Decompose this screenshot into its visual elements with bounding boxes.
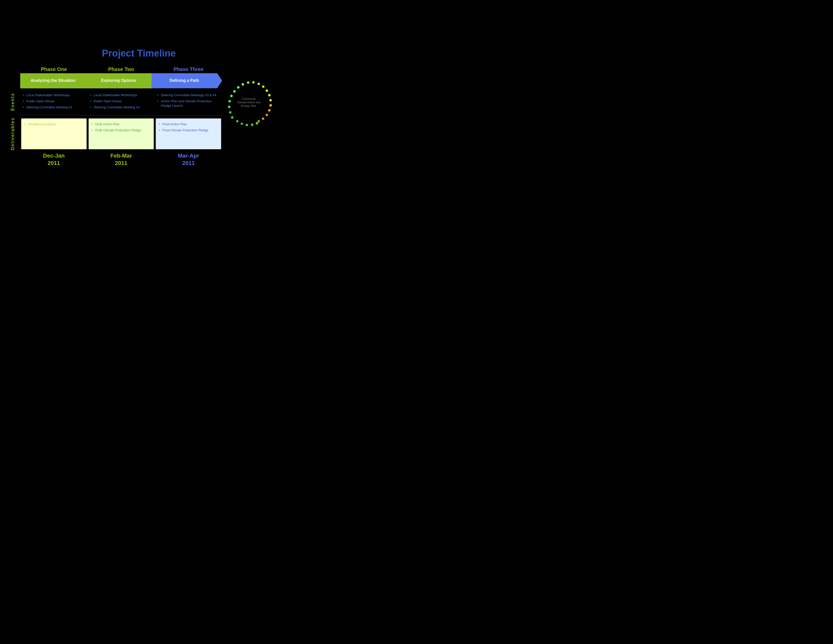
date-text: Feb-Mar2011: [88, 152, 155, 167]
phase-two-label: Phase Two: [88, 66, 155, 72]
slide: Project Timeline Phase One Phase Two Pha…: [5, 48, 273, 167]
events-cols: Local Stakeholder Workshops Public Open …: [20, 91, 222, 113]
deliverable-item: Draft Action Plan: [92, 122, 151, 127]
phase-three-events: Steering Committee Meetings #3 & #4 Acti…: [155, 91, 222, 113]
date-text: Dec-Jan2011: [20, 152, 88, 167]
phase-three-label: Phase Three: [155, 66, 222, 72]
deliverable-item: Final Climate Protection Pledge: [159, 128, 218, 133]
phase-one-deliverables: Situational Analysis: [21, 118, 87, 149]
phase-two-deliverables: Draft Action Plan Draft Climate Protecti…: [88, 118, 154, 149]
phase-three-bar: Defining a Path: [151, 73, 222, 89]
deliverable-item: Final Action Plan: [159, 122, 218, 127]
deliverables-section: Deliverables Situational Analysis Draft …: [5, 118, 273, 150]
main-title: Project Timeline: [5, 48, 273, 59]
event-item: Steering Committee Meetings #3 & #4: [157, 93, 220, 98]
phase-one-date: Dec-Jan2011: [20, 152, 88, 167]
event-item: Public Open House: [90, 99, 153, 103]
event-item: Local Stakeholder Workshops: [23, 93, 85, 98]
deliverable-item: Situational Analysis: [24, 122, 84, 127]
deliverable-item: Draft Climate Protection Pledge: [92, 128, 151, 133]
event-item: Action Plan and Climate Protection Pledg…: [157, 99, 220, 108]
event-item: Steering Committee Meeting #2: [90, 105, 153, 109]
svg-point-8: [247, 81, 249, 84]
phase-one-label: Phase One: [20, 66, 88, 72]
date-text: Mar-Apr2011: [155, 152, 222, 167]
event-item: Public Open House: [23, 99, 85, 103]
timeline-container: Phase One Phase Two Phase Three Analyzin…: [5, 66, 273, 167]
svg-point-22: [265, 114, 268, 116]
phase-labels-row: Phase One Phase Two Phase Three: [20, 66, 222, 72]
date-row: Dec-Jan2011 Feb-Mar2011 Mar-Apr2011: [5, 152, 273, 167]
phase-two-events: Local Stakeholder Workshops Public Open …: [88, 91, 155, 113]
deliverables-side-label: Deliverables: [10, 118, 15, 150]
section-divider: [20, 115, 222, 116]
events-side-label: Events: [10, 93, 15, 111]
phase-one-events: Local Stakeholder Workshops Public Open …: [20, 91, 88, 113]
svg-point-7: [241, 83, 244, 85]
phase-three-date: Mar-Apr2011: [155, 152, 222, 167]
svg-point-6: [237, 86, 240, 89]
event-item: Steering Committee Meeting #1: [23, 105, 85, 109]
svg-point-15: [257, 82, 260, 85]
phase-one-bar: Analyzing the Situation: [20, 73, 86, 89]
phase-three-deliverables: Final Action Plan Final Climate Protecti…: [156, 118, 221, 149]
svg-point-14: [252, 81, 255, 84]
svg-point-16: [262, 85, 265, 88]
deliverables-cols: Situational Analysis Draft Action Plan D…: [20, 118, 222, 150]
phase-two-date: Feb-Mar2011: [88, 152, 155, 167]
events-section: Events Local Stakeholder Workshops Publi…: [5, 91, 273, 113]
event-item: Local Stakeholder Workshops: [90, 93, 153, 98]
date-cols: Dec-Jan2011 Feb-Mar2011 Mar-Apr2011: [20, 152, 222, 167]
phase-two-bar: Exploring Options: [86, 73, 151, 89]
